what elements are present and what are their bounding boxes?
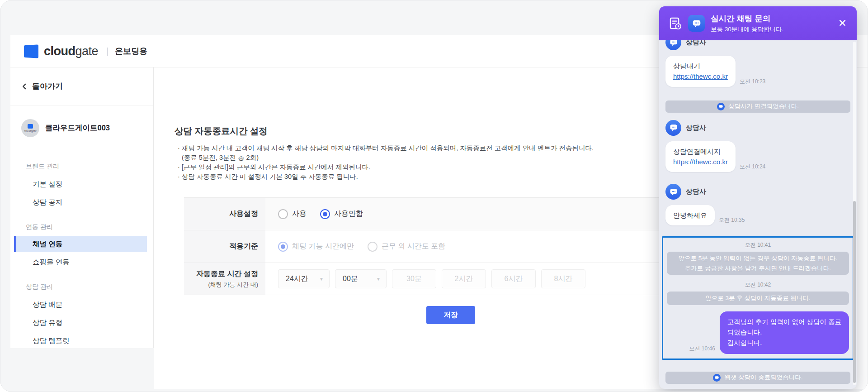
chat-bubble-icon: [669, 187, 678, 196]
chat-subtitle: 보통 30분내에 응답합니다.: [711, 25, 783, 33]
chat-header: 실시간 채팅 문의 보통 30분내에 응답합니다. ✕: [659, 6, 857, 40]
sidebar-item-consult-notice[interactable]: 상담 공지: [10, 193, 153, 211]
sidebar: 돌아가기 cloudgate 클라우드게이트003 브랜드 관리 기본 설정 상…: [10, 67, 154, 348]
system-notice-chat-ended: 웹챗 상담이 종료되었습니다.: [665, 372, 850, 384]
message-row: 상담대기 https://thewc.co.kr 오전 10:23: [665, 56, 850, 87]
hour-select[interactable]: 24시간 ▼: [278, 269, 330, 288]
sidebar-item-consult-template[interactable]: 상담 템플릿: [10, 332, 153, 350]
agent-name-row: 상담사: [665, 40, 850, 50]
description-line: · 상담 자동종료 시간 미 설정시 기본 30일 후 자동종료 됩니다.: [178, 172, 594, 182]
radio-chat-time-circle: [278, 242, 288, 252]
section-title-brand: 브랜드 관리: [10, 163, 153, 171]
message-timestamp: 오전 10:46: [689, 345, 715, 354]
agent-message-bubble: 안녕하세요: [665, 205, 715, 225]
description-line: · [근무 일정 관리]의 근무외 시간은 자동종료 시간에서 제외됩니다.: [178, 163, 594, 172]
preset-6hour-button-disabled: 6시간: [491, 269, 536, 288]
chat-history-icon: [668, 16, 682, 30]
agent-name: 상담사: [686, 124, 706, 132]
radio-use-circle[interactable]: [278, 209, 288, 219]
usage-label-cell: 사용설정: [184, 198, 265, 230]
logo-wordmark: cloudgate: [44, 44, 98, 58]
agent-name-row: 상담사: [665, 120, 850, 136]
message-timestamp: 오전 10:23: [740, 78, 765, 87]
cloudgate-logo-icon: [23, 44, 39, 58]
chat-bubble-icon: [713, 374, 721, 382]
sidebar-menu: 브랜드 관리 기본 설정 상담 공지 연동 관리 채널 연동 쇼핑몰 연동 상담…: [10, 137, 153, 350]
agent-avatar: [665, 120, 681, 136]
chat-bubble-icon: [669, 40, 678, 47]
criteria-label-cell: 적용기준: [184, 230, 265, 263]
preset-8hour-button-disabled: 8시간: [541, 269, 585, 288]
agent-avatar: [665, 184, 681, 200]
header-divider: |: [106, 46, 108, 57]
radio-no-use[interactable]: 사용안함: [320, 209, 363, 219]
chat-title: 실시간 채팅 문의: [711, 13, 783, 24]
page-title: 상담 자동종료시간 설정: [175, 125, 268, 137]
page-description: · 채팅 가능 시간 내 고객이 채팅 시작 후 해당 상담의 마지막 대화부터…: [178, 143, 594, 182]
sidebar-item-basic-settings[interactable]: 기본 설정: [10, 175, 153, 193]
section-title-consult: 상담 관리: [10, 283, 153, 291]
account-avatar: cloudgate: [21, 119, 39, 137]
message-link[interactable]: https://thewc.co.kr: [673, 71, 728, 81]
chevron-down-icon: ▼: [319, 277, 324, 282]
auto-end-final-message-bubble: 고객님의 추가 입력이 없어 상담이 종료 되었습니다. 감사합니다.: [720, 311, 849, 354]
preset-30min-button-disabled: 30분: [392, 269, 436, 288]
chat-scrollbar-thumb[interactable]: [853, 201, 856, 383]
chat-bubble-icon: [669, 123, 678, 132]
sidebar-item-consult-type[interactable]: 상담 유형: [10, 314, 153, 332]
auto-end-warning-3min: 앞으로 3분 후 상담이 자동종료 됩니다.: [667, 292, 849, 305]
agent-name: 상담사: [686, 187, 706, 196]
radio-use[interactable]: 사용: [278, 209, 307, 219]
app-screen: cloudgate | 온보딩용 돌아가기 cloudgate 클라우드게이트0…: [0, 0, 868, 392]
auto-end-highlight-annotation: 오전 10:41 앞으로 5분 동안 입력이 없는 경우 상담이 자동종료 됩니…: [662, 236, 854, 359]
avatar-logo-icon: [28, 124, 33, 129]
chevron-left-icon: [21, 83, 28, 90]
timestamp-centered: 오전 10:41: [667, 241, 849, 249]
auto-end-final-message-row: 오전 10:46 고객님의 추가 입력이 없어 상담이 종료 되었습니다. 감사…: [667, 311, 849, 354]
message-link[interactable]: https://thewc.co.kr: [673, 157, 728, 167]
back-button[interactable]: 돌아가기: [10, 67, 153, 105]
sidebar-item-channel-integration[interactable]: 채널 연동: [14, 236, 147, 252]
system-notice-agent-connected: 상담사가 연결되었습니다.: [665, 100, 850, 113]
chat-message-list: 상담사 상담대기 https://thewc.co.kr 오전 10:23 상담…: [659, 40, 857, 389]
preset-2hour-button-disabled: 2시간: [442, 269, 486, 288]
account-name: 클라우드게이트003: [45, 123, 110, 133]
agent-name-row: 상담사: [665, 184, 850, 200]
account-switcher[interactable]: cloudgate 클라우드게이트003: [10, 105, 153, 137]
agent-name: 상담사: [686, 40, 706, 47]
description-line: · 채팅 가능 시간 내 고객이 채팅 시작 후 해당 상담의 마지막 대화부터…: [178, 143, 594, 153]
workspace-context-label: 온보딩용: [115, 46, 147, 57]
cloudgate-logo: cloudgate: [23, 44, 98, 58]
timestamp-centered: 오전 10:42: [667, 281, 849, 289]
radio-chat-time-only-disabled: 채팅 가능 시간에만: [278, 242, 354, 252]
sidebar-item-shop-integration[interactable]: 쇼핑몰 연동: [10, 253, 153, 271]
live-chat-widget: 실시간 채팅 문의 보통 30분내에 응답합니다. ✕ 상담사 상담대기 htt…: [659, 6, 857, 389]
sidebar-item-consult-assign[interactable]: 상담 배분: [10, 296, 153, 314]
chat-header-titles: 실시간 채팅 문의 보통 30분내에 응답합니다.: [711, 13, 783, 33]
agent-message-bubble: 상담연결메시지 https://thewc.co.kr: [665, 141, 736, 172]
auto-end-warning-5min: 앞으로 5분 동안 입력이 없는 경우 상담이 자동종료 됩니다. 추가로 궁금…: [667, 252, 849, 275]
chat-close-button[interactable]: ✕: [838, 18, 847, 29]
message-timestamp: 오전 10:24: [740, 163, 765, 172]
section-title-integration: 연동 관리: [10, 223, 153, 231]
description-line: (종료 5분전, 3분전 총 2회): [178, 153, 594, 163]
agent-message-bubble: 상담대기 https://thewc.co.kr: [665, 56, 736, 87]
save-button[interactable]: 저장: [426, 306, 475, 324]
message-row: 안녕하세요 오전 10:35: [665, 205, 850, 225]
chevron-down-icon: ▼: [376, 277, 381, 282]
chat-app-icon: [688, 15, 705, 32]
message-timestamp: 오전 10:35: [719, 216, 745, 225]
chat-bubble-icon: [717, 103, 725, 110]
message-row: 상담연결메시지 https://thewc.co.kr 오전 10:24: [665, 141, 850, 172]
radio-include-offwork-circle: [368, 242, 377, 252]
auto-end-label-cell: 자동종료 시간 설정 (채팅 가능 시간 내): [184, 263, 265, 295]
radio-no-use-circle-selected[interactable]: [320, 209, 330, 219]
minute-select[interactable]: 00분 ▼: [335, 269, 387, 288]
chat-bubble-icon: [692, 19, 702, 29]
back-label: 돌아가기: [32, 81, 63, 91]
radio-include-offwork-disabled: 근무 외 시간도 포함: [368, 242, 445, 252]
agent-avatar: [665, 40, 681, 50]
